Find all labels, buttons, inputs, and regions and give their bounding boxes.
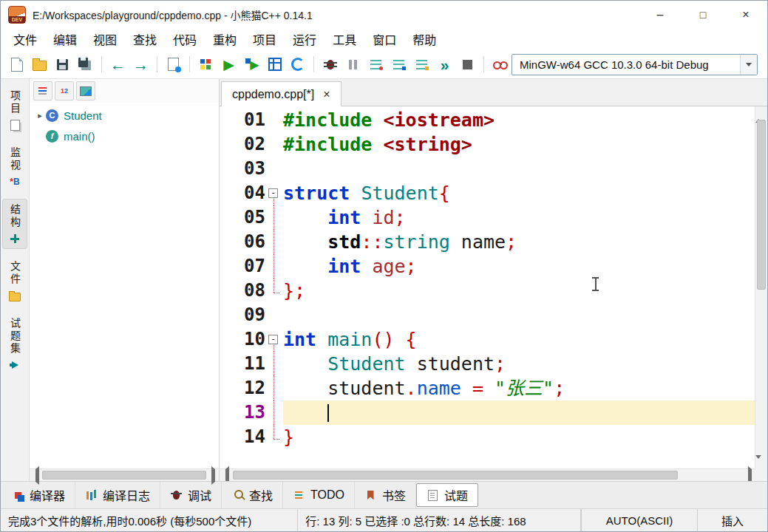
code-text[interactable]: struct Student{ (283, 181, 755, 205)
line-number[interactable]: 05 (220, 205, 265, 230)
line-number[interactable]: 13 (220, 400, 265, 425)
compile-button[interactable] (195, 54, 217, 75)
code-view[interactable]: 01#include <iostream>02#include <string>… (220, 106, 767, 481)
code-line-11[interactable]: 11 Student student; (220, 352, 755, 376)
code-text[interactable]: student.name = "张三"; (283, 376, 755, 400)
code-line-08[interactable]: 08}; (220, 279, 755, 303)
compiler-set-select[interactable]: MinGW-w64 GCC 10.3.0 64-bit Debug (512, 54, 758, 75)
structure-panel-hscrollbar[interactable] (30, 468, 219, 481)
open-problem-button[interactable] (489, 54, 511, 75)
scroll-left-arrow[interactable] (220, 469, 231, 481)
tab-compiler[interactable]: 编译器 (2, 482, 75, 508)
expander-icon[interactable]: ▸ (34, 111, 46, 120)
code-text[interactable]: #include <string> (283, 132, 755, 157)
line-number[interactable]: 06 (220, 230, 265, 254)
line-number[interactable]: 12 (220, 376, 265, 400)
chevron-down-icon[interactable] (740, 55, 757, 75)
tab-bookmarks[interactable]: 书签 (355, 482, 416, 508)
tab-search[interactable]: 查找 (222, 482, 283, 508)
close-tab-icon[interactable]: × (323, 89, 330, 100)
code-line-04[interactable]: 04-struct Student{ (220, 181, 755, 205)
code-text[interactable]: int id; (283, 205, 755, 230)
menu-code[interactable]: 代码 (165, 29, 205, 50)
line-number[interactable]: 11 (220, 352, 265, 376)
menu-refactor[interactable]: 重构 (205, 29, 245, 50)
maximize-button[interactable]: □ (682, 1, 724, 28)
run-to-cursor-button[interactable]: » (434, 54, 455, 75)
editor-tab-cppdemo[interactable]: cppdemo.cpp[*] × (221, 81, 341, 106)
scrollbar-thumb[interactable] (757, 120, 766, 290)
code-text[interactable]: }; (283, 279, 755, 303)
menu-view[interactable]: 视图 (85, 29, 125, 50)
save-all-button[interactable] (75, 54, 96, 75)
run-button[interactable]: ▶ (218, 54, 239, 75)
menu-search[interactable]: 查找 (125, 29, 165, 50)
code-text[interactable] (283, 303, 755, 327)
code-text[interactable]: Student student; (283, 352, 755, 376)
show-inherited-button[interactable] (76, 81, 95, 100)
tab-todo[interactable]: TODO (283, 482, 355, 508)
code-text[interactable] (283, 400, 755, 425)
menu-run[interactable]: 运行 (285, 29, 324, 50)
compile-run-button[interactable]: ▶ (241, 54, 262, 75)
scroll-up-arrow[interactable] (755, 106, 767, 117)
line-number[interactable]: 07 (220, 254, 265, 279)
code-text[interactable]: } (283, 425, 755, 449)
scroll-left-arrow[interactable] (30, 469, 41, 481)
check-syntax-button[interactable] (163, 54, 184, 75)
line-number[interactable]: 04 (220, 181, 265, 205)
side-tab-watch[interactable]: 监视 *B (3, 142, 27, 192)
tree-item-student[interactable]: ▸ C Student (30, 105, 219, 126)
code-line-12[interactable]: 12 student.name = "张三"; (220, 376, 755, 400)
code-text[interactable]: int age; (283, 254, 755, 279)
step-out-button[interactable] (411, 54, 432, 75)
menu-edit[interactable]: 编辑 (45, 29, 85, 50)
code-line-02[interactable]: 02#include <string> (220, 132, 755, 157)
code-line-01[interactable]: 01#include <iostream> (220, 108, 755, 132)
line-number[interactable]: 08 (220, 279, 265, 303)
code-text[interactable]: std::string name; (283, 230, 755, 254)
close-button[interactable]: × (724, 1, 767, 28)
code-line-07[interactable]: 07 int age; (220, 254, 755, 279)
program-arguments-button[interactable] (287, 54, 308, 75)
sort-alphabetically-button[interactable]: 12 (55, 81, 74, 100)
line-number[interactable]: 14 (220, 425, 265, 449)
code-line-05[interactable]: 05 int id; (220, 205, 755, 230)
code-line-03[interactable]: 03 (220, 157, 755, 181)
minimize-button[interactable]: – (639, 1, 682, 28)
fold-collapse-marker[interactable]: - (265, 327, 283, 352)
code-text[interactable] (283, 157, 755, 181)
scrollbar-thumb[interactable] (233, 471, 678, 480)
step-into-button[interactable] (388, 54, 410, 75)
code-text[interactable]: int main() { (283, 327, 755, 352)
menu-file[interactable]: 文件 (5, 29, 45, 50)
menu-project[interactable]: 项目 (245, 29, 285, 50)
side-tab-project[interactable]: 项目 (3, 85, 27, 135)
code-line-14[interactable]: 14} (220, 425, 755, 449)
code-line-13[interactable]: 13 (220, 400, 755, 425)
side-tab-problem-set[interactable]: 试题集 (3, 313, 27, 375)
scrollbar-thumb[interactable] (42, 471, 206, 480)
code-line-09[interactable]: 09 (220, 303, 755, 327)
menu-help[interactable]: 帮助 (404, 29, 444, 50)
line-number[interactable]: 10 (220, 327, 265, 352)
fold-collapse-marker[interactable]: - (265, 181, 283, 205)
open-file-button[interactable] (29, 54, 50, 75)
menu-window[interactable]: 窗口 (364, 29, 404, 50)
scroll-down-arrow[interactable] (755, 459, 767, 469)
tab-compile-log[interactable]: 编译日志 (75, 482, 160, 508)
code-text[interactable]: #include <iostream> (283, 108, 755, 132)
save-button[interactable] (52, 54, 73, 75)
step-over-button[interactable] (365, 54, 387, 75)
side-tab-files[interactable]: 文件 (3, 256, 27, 306)
rebuild-all-button[interactable] (264, 54, 285, 75)
encoding-indicator[interactable]: AUTO(ASCII) (581, 509, 697, 531)
tab-problem[interactable]: 试题 (416, 483, 478, 507)
navigate-back-button[interactable]: ← (107, 54, 129, 75)
sort-by-type-button[interactable] (33, 81, 52, 100)
navigate-forward-button[interactable]: → (130, 54, 152, 75)
scroll-right-arrow[interactable] (207, 469, 219, 481)
menu-tools[interactable]: 工具 (324, 29, 364, 50)
editor-vscrollbar[interactable] (755, 106, 767, 469)
line-number[interactable]: 01 (220, 108, 265, 132)
